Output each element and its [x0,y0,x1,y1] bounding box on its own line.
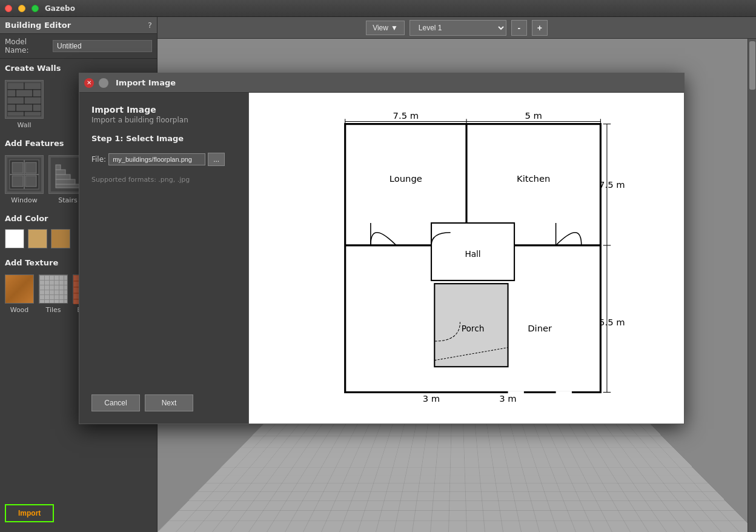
level-minus-button[interactable]: - [511,20,527,36]
svg-rect-3 [16,90,33,97]
model-name-input[interactable] [53,40,152,52]
wall-tool[interactable]: Wall [5,80,44,129]
svg-rect-17 [12,176,23,187]
svg-text:7.5 m: 7.5 m [599,179,625,190]
svg-rect-24 [56,175,70,179]
level-plus-button[interactable]: + [532,20,548,36]
svg-text:3 m: 3 m [423,393,440,404]
svg-rect-8 [16,104,33,111]
tiles-label: Tiles [46,306,61,314]
wood-texture-icon [5,274,34,304]
dialog-import-subtitle: Import a building floorplan [91,116,236,124]
svg-text:7.5 m: 7.5 m [393,110,419,121]
svg-rect-2 [24,82,41,90]
file-row: File: ... [91,153,236,166]
help-button[interactable]: ? [148,21,152,30]
svg-rect-6 [7,97,24,104]
svg-text:Kitchen: Kitchen [517,173,550,184]
viewport-scrollbar-thumb[interactable] [749,41,755,90]
building-editor-header: Building Editor ? [0,17,157,34]
texture-tiles[interactable]: Tiles [39,274,68,314]
dialog-left-pane: Import Image Import a building floorplan… [79,93,249,424]
tiles-texture-icon [39,274,68,304]
svg-text:Lounge: Lounge [390,173,422,184]
app-title: Gazebo [45,4,75,13]
svg-rect-9 [7,104,16,111]
next-button[interactable]: Next [145,394,193,411]
svg-rect-5 [33,90,41,97]
dialog-titlebar: ✕ Import Image [79,73,684,93]
svg-text:Porch: Porch [462,324,485,333]
window-svg [7,158,41,191]
dialog-minimize-button[interactable] [99,78,108,88]
svg-rect-23 [56,179,75,184]
floorplan-preview: 7.5 m 5 m 7.5 m 5.5 m 3 m [261,105,672,411]
window-label: Window [11,196,37,204]
dialog-content: Import Image Import a building floorplan… [79,93,684,424]
dialog-right-pane: 7.5 m 5 m 7.5 m 5.5 m 3 m [249,93,684,424]
maximize-button[interactable] [31,5,39,12]
svg-rect-12 [24,111,41,116]
wood-label: Wood [10,306,29,314]
wall-label: Wall [17,121,31,129]
window-tool[interactable]: Window [5,155,44,204]
view-button[interactable]: View ▼ [366,21,405,35]
grid-floor [158,411,756,532]
svg-rect-22 [56,184,80,188]
svg-text:Hall: Hall [465,249,480,259]
file-label: File: [91,155,106,164]
color-swatch-white[interactable] [5,229,24,248]
texture-wood[interactable]: Wood [5,274,34,314]
viewport-scrollbar[interactable] [748,39,756,532]
formats-hint: Supported formats: .png, .jpg [91,176,236,184]
viewport-toolbar: View ▼ Level 1 - + [158,17,756,39]
file-input[interactable] [108,153,205,165]
level-select[interactable]: Level 1 [409,20,506,36]
building-editor-title: Building Editor [5,21,71,30]
svg-text:5 m: 5 m [525,110,542,121]
dialog-title: Import Image [116,78,176,87]
color-swatch-brown[interactable] [51,229,70,248]
model-name-row: Model Name: [0,34,157,59]
import-button-container: Import [0,494,157,532]
import-dialog: ✕ Import Image Import Image Import a bui… [79,73,685,424]
svg-rect-7 [24,97,41,104]
model-name-label: Model Name: [5,38,49,55]
svg-rect-18 [25,176,36,187]
wall-svg [7,82,41,116]
svg-rect-4 [7,90,16,97]
window-icon [5,155,44,194]
svg-rect-25 [56,170,65,175]
svg-rect-1 [7,82,24,90]
step1-label: Step 1: Select Image [91,134,236,143]
dialog-actions: Cancel Next [91,394,236,411]
dialog-import-title: Import Image [91,105,236,115]
title-bar: Gazebo [0,0,756,17]
svg-rect-10 [33,104,41,111]
cancel-button[interactable]: Cancel [91,394,140,411]
close-button[interactable] [5,5,12,12]
svg-rect-16 [25,162,36,173]
svg-rect-26 [56,165,61,170]
svg-text:3 m: 3 m [499,393,516,404]
svg-rect-11 [7,111,24,116]
color-swatch-tan[interactable] [28,229,47,248]
svg-text:Diner: Diner [528,323,552,333]
dialog-import-header: Import Image Import a building floorplan [91,105,236,124]
svg-rect-15 [12,162,23,173]
wall-icon [5,80,44,119]
minimize-button[interactable] [18,5,25,12]
svg-text:5.5 m: 5.5 m [599,317,625,327]
import-button[interactable]: Import [5,504,54,522]
file-browse-button[interactable]: ... [208,153,225,166]
stairs-label: Stairs [58,196,77,204]
dialog-close-button[interactable]: ✕ [84,78,94,88]
